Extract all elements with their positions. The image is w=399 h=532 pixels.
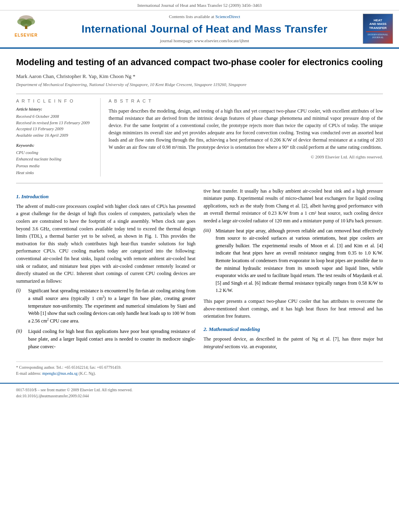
elsevier-logo: ELSEVIER (8, 19, 44, 39)
journal-title: International Journal of Heat and Mass T… (48, 22, 361, 36)
keyword-3: Heat sinks (16, 170, 94, 177)
sciencedirect-link[interactable]: ScienceDirect (215, 14, 240, 19)
journal-header-right: HEATAND MASSTRANSFER INTERNATIONALJOURNA… (361, 14, 395, 44)
contents-line: Contents lists available at ScienceDirec… (48, 14, 361, 20)
journal-homepage: journal homepage: www.elsevier.com/locat… (48, 38, 361, 44)
article-title: Modeling and testing of an advanced comp… (16, 57, 383, 68)
integrated-word: integrated (204, 344, 223, 349)
list-item-iii-text: Miniature heat pipe array, although prov… (216, 227, 383, 294)
keyword-0: CPU cooling (16, 150, 94, 156)
roman-label-iii: (iii) (204, 227, 213, 294)
abstract-col: A B S T R A C T This paper describes the… (109, 98, 383, 177)
list-item-i-text: Significant heat spreading resistance is… (28, 287, 195, 325)
journal-citation: International Journal of Heat and Mass T… (138, 3, 262, 8)
page-footer: 0017-9310/$ – see front matter © 2009 El… (0, 383, 399, 401)
doi-line: doi:10.1016/j.ijheatmasstransfer.2009.02… (16, 393, 383, 399)
right-para1: tive heat transfer. It usually has a bul… (204, 187, 383, 225)
body-col-right: tive heat transfer. It usually has a bul… (204, 187, 383, 353)
article-info-title: A R T I C L E I N F O (16, 98, 94, 104)
divider-body (16, 183, 383, 183)
history-label: Article history: (16, 107, 94, 113)
body-columns: 1. Introduction The advent of multi-core… (16, 187, 383, 353)
article-content: Modeling and testing of an advanced comp… (0, 49, 399, 362)
abstract-title: A B S T R A C T (109, 98, 383, 104)
right-para2: This paper presents a compact two-phase … (204, 298, 383, 320)
list-item-i: (i) Significant heat spreading resistanc… (16, 287, 195, 325)
footnote-text: * Corresponding author. Tel.: +65 651622… (0, 364, 399, 376)
journal-header-center: Contents lists available at ScienceDirec… (48, 14, 361, 44)
list-item-ii-text: Liquid cooling for high heat flux applic… (28, 328, 195, 350)
keywords-label: Keywords: (16, 143, 94, 149)
footnote-divider (16, 362, 383, 364)
cover-subtitle: INTERNATIONALJOURNAL (368, 33, 388, 40)
section1-heading: 1. Introduction (16, 193, 195, 200)
abstract-text: This paper describes the modeling, desig… (109, 107, 383, 151)
two-column-info: A R T I C L E I N F O Article history: R… (16, 98, 383, 177)
page: International Journal of Heat and Mass T… (0, 0, 399, 532)
superscript-2: 2 (47, 318, 49, 321)
roman-label-ii: (ii) (16, 328, 26, 350)
section2-heading: 2. Mathematical modeling (204, 326, 383, 333)
history-item-3: Available online 16 April 2009 (16, 132, 94, 139)
divider-top (16, 94, 383, 94)
intro-para1: The advent of multi-core processors coup… (16, 203, 195, 285)
journal-header: ELSEVIER Contents lists available at Sci… (0, 10, 399, 48)
email-line: E-mail address: mpengkc@nus.edu.sg (K.C.… (16, 370, 383, 376)
article-info-col: A R T I C L E I N F O Article history: R… (16, 98, 101, 177)
roman-label-i: (i) (16, 287, 26, 325)
history-item-2: Accepted 13 February 2009 (16, 126, 94, 132)
list-item-ii: (ii) Liquid cooling for high heat flux a… (16, 328, 195, 350)
keyword-2: Porous media (16, 163, 94, 170)
body-col-left: 1. Introduction The advent of multi-core… (16, 187, 195, 353)
journal-cover: HEATAND MASSTRANSFER INTERNATIONALJOURNA… (363, 14, 393, 44)
svg-rect-4 (25, 26, 27, 29)
history-item-0: Received 6 October 2008 (16, 113, 94, 120)
affiliation: Department of Mechanical Engineering, Na… (16, 82, 383, 88)
footnote-star-line: * Corresponding author. Tel.: +65 651622… (16, 364, 383, 370)
elsevier-wordmark: ELSEVIER (14, 33, 37, 38)
history-item-1: Received in revised form 13 February 200… (16, 120, 94, 126)
journal-header-left: ELSEVIER (4, 14, 48, 44)
right-para3: The proposed device, as described in the… (204, 335, 383, 350)
issn-line: 0017-9310/$ – see front matter © 2009 El… (16, 387, 383, 393)
authors: Mark Aaron Chan, Christopher R. Yap, Kim… (16, 73, 383, 80)
superscript-1: 2 (103, 295, 104, 299)
elsevier-figure (14, 14, 38, 33)
copyright-line: © 2009 Elsevier Ltd. All rights reserved… (109, 154, 383, 160)
keyword-1: Enhanced nucleate boiling (16, 156, 94, 163)
email-link[interactable]: mpengkc@nus.edu.sg (42, 371, 78, 376)
list-item-iii: (iii) Miniature heat pipe array, althoug… (204, 227, 383, 294)
journal-meta-bar: International Journal of Heat and Mass T… (0, 0, 399, 10)
cover-text: HEATAND MASSTRANSFER (369, 18, 387, 30)
